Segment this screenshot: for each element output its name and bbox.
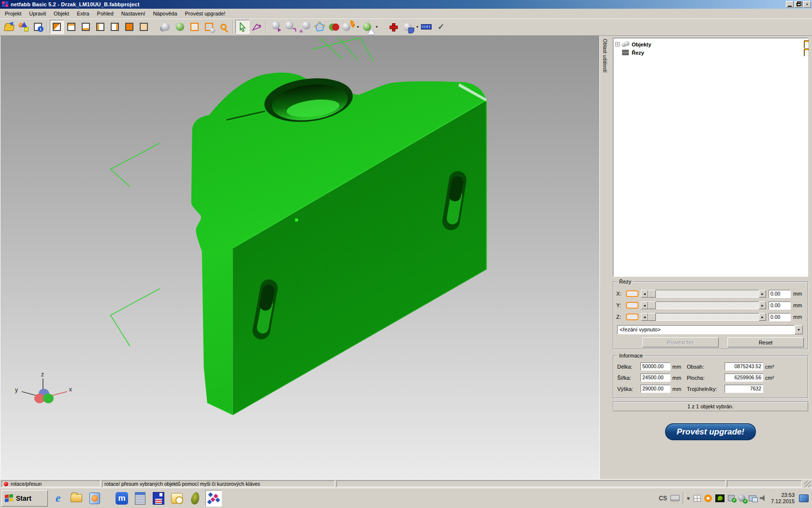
area-value[interactable]: 6259906.56 [725,374,763,382]
open-project-button[interactable] [2,20,16,34]
taskbar-ie-icon[interactable]: e [50,490,66,507]
slider-thumb[interactable] [648,290,656,298]
tree-item-cuts[interactable]: Řezy [615,48,807,57]
upgrade-button[interactable]: Provést upgrade! [665,423,756,440]
slider-right-arrow-icon[interactable]: ► [759,313,766,321]
tray-usb-icon[interactable]: ✓ [728,495,735,501]
convex-hull-button[interactable] [312,20,326,34]
expand-icon[interactable]: + [615,42,620,46]
tray-network-icon[interactable] [749,495,756,501]
package-part-button[interactable] [202,20,216,34]
merge-parts-button[interactable] [159,20,173,34]
repair-part-button[interactable] [386,20,400,34]
collision-check-button[interactable] [327,20,341,34]
view-front-button[interactable] [122,20,136,34]
cuts-folder-icon[interactable] [804,50,805,56]
view-top-button[interactable] [64,20,78,34]
tree-label-objects[interactable]: Objekty [632,42,651,47]
repair-dropdown-arrow[interactable]: ▼ [416,25,419,29]
viewport-3d[interactable]: z y x [0,36,599,479]
measure-button[interactable] [420,20,434,34]
view-left-button[interactable] [93,20,107,34]
tray-update-icon[interactable]: ✓ [738,494,745,502]
tray-display-icon[interactable] [799,494,809,502]
cut-slider-z[interactable]: ◄ ► [641,313,766,321]
tray-nvidia-icon[interactable] [715,494,725,502]
keyboard-icon[interactable] [670,495,680,501]
resize-grip[interactable] [804,481,811,487]
bounding-box-button[interactable] [188,20,202,34]
cut-value-z[interactable]: 0.00 [768,313,791,321]
menu-projekt[interactable]: Projekt [1,10,25,17]
cut-slider-x[interactable]: ◄ ► [641,290,766,298]
taskbar-netfabb-icon[interactable] [205,490,222,507]
combo-dropdown-icon[interactable]: ▼ [795,325,803,334]
analyze-part-button[interactable] [360,20,374,34]
tray-windows-icon[interactable] [694,495,701,502]
flip-tool-button[interactable] [250,20,264,34]
menu-extra[interactable]: Extra [73,10,93,17]
menu-upgrade[interactable]: Provést upgrade! [181,10,230,17]
view-perspective-button[interactable] [50,20,64,34]
part-model[interactable] [191,73,486,415]
cut-slider-y[interactable]: ◄ ► [641,301,766,309]
zoom-button[interactable] [217,20,231,34]
menu-upravit[interactable]: Upravit [25,10,50,17]
start-button[interactable]: Start [1,490,48,507]
length-value[interactable]: 50000.00 [640,362,670,371]
menu-napoveda[interactable]: Nápověda [149,10,181,17]
slider-thumb[interactable] [648,301,656,309]
slider-right-arrow-icon[interactable]: ► [759,290,766,298]
slider-left-arrow-icon[interactable]: ◄ [641,313,648,321]
view-back-button[interactable] [137,20,151,34]
repair-script-button[interactable] [401,20,415,34]
rotate-part-button[interactable] [283,20,297,34]
menu-objekt[interactable]: Objekt [50,10,73,17]
apply-repair-button[interactable]: ✓ [434,20,448,34]
slider-thumb[interactable] [648,313,656,321]
width-value[interactable]: 24500.00 [640,374,670,382]
analyze-dropdown-arrow[interactable]: ▼ [375,25,378,29]
select-cursor-button[interactable] [235,20,249,34]
restore-button[interactable] [795,1,802,8]
cut-axis-y-toggle[interactable] [626,302,638,309]
taskbar-calculator-icon[interactable] [132,490,148,507]
slice-dropdown-arrow[interactable]: ▼ [356,25,360,29]
menu-nastaveni[interactable]: Nastavení [117,10,149,17]
taskbar-mail-icon[interactable] [169,490,185,507]
taskbar-folder-icon[interactable] [68,490,85,507]
volume-value[interactable]: 0875243.52 [725,362,763,371]
move-part-button[interactable] [269,20,283,34]
close-button[interactable]: × [803,1,811,8]
cut-value-y[interactable]: 0.00 [768,301,791,310]
cut-axis-z-toggle[interactable] [626,314,638,320]
tray-expand-icon[interactable]: « [686,496,692,499]
view-right-button[interactable] [108,20,122,34]
cut-axis-x-toggle[interactable] [626,290,638,297]
taskbar-mediaplayer-icon[interactable] [87,490,103,507]
view-bottom-button[interactable] [79,20,93,34]
language-indicator[interactable]: CS [659,495,667,502]
execute-cut-button[interactable]: Provést řez [642,337,719,347]
cut-value-x[interactable]: 0.00 [768,290,791,298]
scale-part-button[interactable] [298,20,312,34]
add-part-button[interactable] [16,20,30,34]
select-part-button[interactable] [173,20,187,34]
part-info-button[interactable]: i [31,20,45,34]
height-value[interactable]: 29000.00 [640,385,670,393]
taskbar-suse-icon[interactable] [187,490,203,507]
triangles-value[interactable]: 7632 [725,385,763,393]
reset-button[interactable]: Reset [727,337,804,347]
minimize-button[interactable] [786,1,794,8]
tray-volume-icon[interactable] [760,495,767,502]
events-area-tab[interactable]: Oblast událostí [599,36,610,479]
tree-label-cuts[interactable]: Řezy [632,50,644,56]
tree-item-objects[interactable]: + Objekty [615,40,807,48]
menu-pohled[interactable]: Pohled [93,10,117,17]
taskbar-maxthon-icon[interactable]: m [114,490,130,507]
slider-left-arrow-icon[interactable]: ◄ [641,301,648,309]
tray-clock[interactable]: 23:53 7.12.2015 [770,492,796,505]
slice-view-button[interactable] [341,20,355,34]
objects-folder-icon[interactable] [804,42,805,47]
cut-mode-select[interactable]: <řezání vypnuto> ▼ [617,325,803,334]
